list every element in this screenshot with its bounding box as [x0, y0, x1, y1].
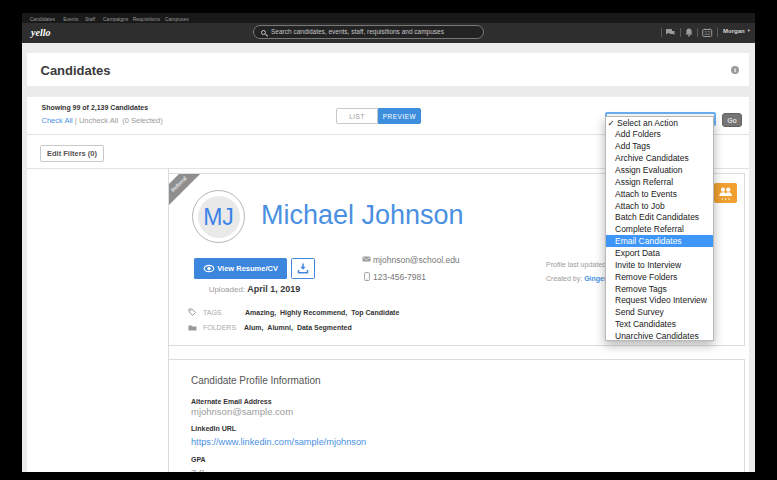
svg-text:12: 12 — [704, 30, 710, 36]
